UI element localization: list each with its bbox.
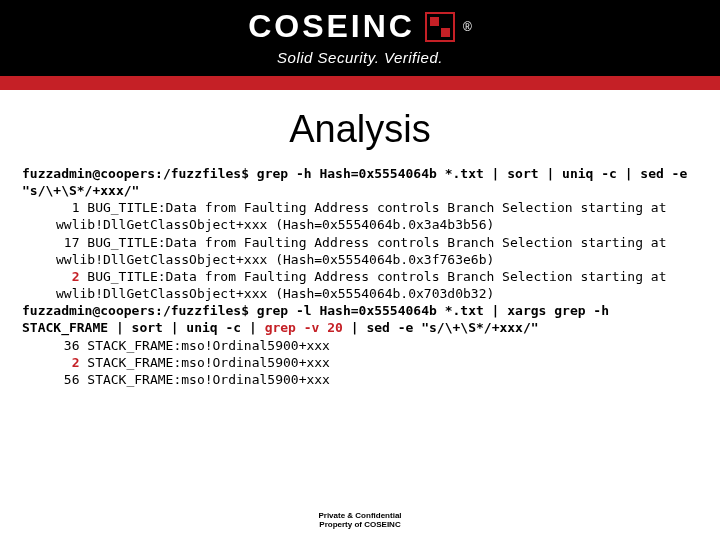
shell-prompt: fuzzadmin@coopers:/fuzzfiles$ <box>22 166 249 181</box>
footer-line-1: Private & Confidential <box>0 511 720 521</box>
footer-line-2: Property of COSEINC <box>0 520 720 530</box>
footer: Private & Confidential Property of COSEI… <box>0 511 720 530</box>
output-line: 36 STACK_FRAME:mso!Ordinal5900+xxx <box>22 337 698 354</box>
registered-mark: ® <box>463 20 472 34</box>
slide-title: Analysis <box>0 108 720 151</box>
output-count-pre <box>56 355 72 370</box>
brand-name: COSEINC <box>248 8 415 45</box>
slide: COSEINC ® Solid Security. Verified. Anal… <box>0 0 720 540</box>
code-line: fuzzadmin@coopers:/fuzzfiles$ grep -h Ha… <box>22 165 698 199</box>
code-block: fuzzadmin@coopers:/fuzzfiles$ grep -h Ha… <box>0 165 720 388</box>
shell-prompt: fuzzadmin@coopers:/fuzzfiles$ <box>22 303 249 318</box>
output-line: 2 BUG_TITLE:Data from Faulting Address c… <box>22 268 698 302</box>
output-text: STACK_FRAME:mso!Ordinal5900+xxx <box>79 355 329 370</box>
shell-command: | sed -e "s/\+\S*/+xxx/" <box>343 320 539 335</box>
header-band: COSEINC ® Solid Security. Verified. <box>0 0 720 76</box>
output-line: 2 STACK_FRAME:mso!Ordinal5900+xxx <box>22 354 698 371</box>
output-count-pre <box>56 269 72 284</box>
output-line: 17 BUG_TITLE:Data from Faulting Address … <box>22 234 698 268</box>
logo-row: COSEINC ® <box>248 8 472 45</box>
code-line: fuzzadmin@coopers:/fuzzfiles$ grep -l Ha… <box>22 302 698 336</box>
output-line: 1 BUG_TITLE:Data from Faulting Address c… <box>22 199 698 233</box>
shell-command-highlight: grep -v 20 <box>265 320 343 335</box>
brand-logo-icon <box>425 12 455 42</box>
accent-bar <box>0 76 720 90</box>
output-line: 56 STACK_FRAME:mso!Ordinal5900+xxx <box>22 371 698 388</box>
output-text: BUG_TITLE:Data from Faulting Address con… <box>56 269 674 301</box>
brand-tagline: Solid Security. Verified. <box>277 49 443 66</box>
